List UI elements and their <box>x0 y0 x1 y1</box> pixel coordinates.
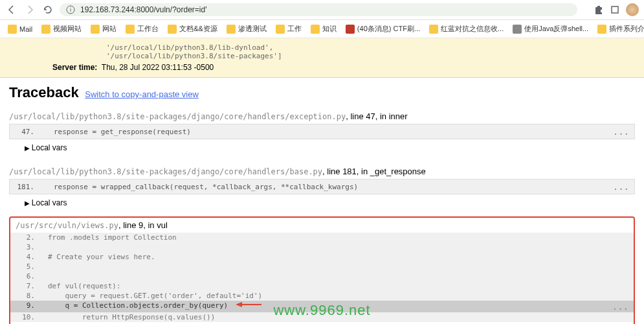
bookmark-item[interactable]: 红蓝对抗之信息收... <box>427 23 506 35</box>
expand-icon[interactable]: ... <box>612 301 628 312</box>
bookmark-item[interactable]: (40条消息) CTF刷... <box>343 23 423 35</box>
forward-button[interactable] <box>23 3 36 16</box>
code-row: 3. <box>10 242 634 252</box>
bookmark-icon <box>513 25 522 34</box>
frame-vuln-highlighted: /usr/src/vuln/views.py, line 9, in vul 2… <box>9 216 635 324</box>
bookmark-icon <box>41 25 50 34</box>
bookmark-label: 使用Java反弹shell... <box>524 24 588 34</box>
switch-view-link[interactable]: Switch to copy-and-paste view <box>85 89 199 99</box>
frame-file: /usr/local/lib/python3.8/site-packages/d… <box>9 167 322 176</box>
local-vars-toggle[interactable]: Local vars <box>9 139 635 156</box>
bookmark-item[interactable]: 网站 <box>88 23 119 35</box>
svg-rect-2 <box>612 6 618 13</box>
bookmark-item[interactable]: 文档&&资源 <box>165 23 220 35</box>
bookmark-label: (40条消息) CTF刷... <box>357 24 420 34</box>
reload-button[interactable] <box>41 3 54 16</box>
code-row: 4.# Create your views here. <box>10 252 634 262</box>
bookmark-label: 工作台 <box>137 24 159 34</box>
frame-file: /usr/src/vuln/views.py <box>16 221 118 230</box>
bookmark-icon <box>311 25 320 34</box>
bookmark-item[interactable]: 插件系列介绍 | Ten... <box>595 23 644 35</box>
url-bar[interactable]: i <box>60 3 577 16</box>
code-row: 5. <box>10 262 634 272</box>
svg-text:i: i <box>70 6 71 13</box>
bookmark-label: 红蓝对抗之信息收... <box>441 24 504 34</box>
info-icon: i <box>66 5 75 14</box>
bookmark-label: 视频网站 <box>53 24 82 34</box>
frame-loc: , line 181, in _get_response <box>322 167 426 176</box>
bookmarks-bar: Mail视频网站网站工作台文档&&资源渗透测试工作知识(40条消息) CTF刷.… <box>0 20 644 38</box>
bookmark-item[interactable]: 使用Java反弹shell... <box>510 23 591 35</box>
code-row: 2.from .models import Collection <box>10 233 634 242</box>
svg-marker-4 <box>236 302 242 307</box>
code-row: 8. query = request.GET.get('order', defa… <box>10 291 634 301</box>
code-row: 7.def vul(request): <box>10 281 634 291</box>
frame-loc: , line 47, in inner <box>346 111 407 121</box>
code-row: 10. return HttpResponse(q.values()) <box>10 312 634 322</box>
server-header: '/usr/local/lib/python3.8/lib-dynload', … <box>0 38 644 78</box>
bookmark-icon <box>8 25 17 34</box>
extensions-icon[interactable] <box>594 5 604 15</box>
server-time-label: Server time: <box>52 63 97 72</box>
local-vars-toggle[interactable]: Local vars <box>9 194 635 211</box>
bookmark-item[interactable]: 渗透测试 <box>224 23 269 35</box>
bookmark-label: 网站 <box>102 24 117 34</box>
bookmark-item[interactable]: 工作 <box>273 23 304 35</box>
bookmark-icon <box>346 25 355 34</box>
code-row: 9. q = Collection.objects.order_by(query… <box>10 301 634 312</box>
frame-file: /usr/local/lib/python3.8/site-packages/d… <box>9 112 346 121</box>
bookmark-icon <box>227 25 236 34</box>
code-line: 47. response = get_response(request) ... <box>9 124 635 139</box>
bookmark-label: 渗透测试 <box>238 24 267 34</box>
frame-loc: , line 9, in vul <box>118 220 168 230</box>
bookmark-icon <box>91 25 100 34</box>
arrow-icon <box>236 301 261 308</box>
back-button[interactable] <box>5 3 18 16</box>
bookmark-label: Mail <box>19 25 32 33</box>
python-path-2: '/usr/local/lib/python3.8/site-packages'… <box>106 52 635 60</box>
expand-icon[interactable]: ... <box>613 126 629 137</box>
bookmark-item[interactable]: Mail <box>5 23 35 35</box>
code-row: 6. <box>10 272 634 281</box>
traceback-heading: Traceback <box>9 84 79 100</box>
traceback-content: Traceback Switch to copy-and-paste view … <box>0 78 644 324</box>
bookmark-item[interactable]: 知识 <box>308 23 339 35</box>
bookmark-item[interactable]: 视频网站 <box>39 23 84 35</box>
reader-icon[interactable] <box>610 5 619 14</box>
bookmark-icon <box>429 25 438 34</box>
bookmark-label: 知识 <box>322 24 337 34</box>
bookmark-label: 工作 <box>287 24 302 34</box>
profile-avatar[interactable] <box>626 3 639 16</box>
server-time-value: Thu, 28 Jul 2022 03:11:53 -0500 <box>102 63 214 72</box>
bookmark-label: 插件系列介绍 | Ten... <box>609 24 644 34</box>
bookmark-icon <box>126 25 135 34</box>
frame-exception: /usr/local/lib/python3.8/site-packages/d… <box>9 109 635 156</box>
expand-icon[interactable]: ... <box>613 181 629 192</box>
browser-toolbar: i <box>0 0 644 20</box>
code-line: 181. response = wrapped_callback(request… <box>9 179 635 194</box>
bookmark-icon <box>597 25 606 34</box>
code-context: 2.from .models import Collection3.4.# Cr… <box>10 233 634 322</box>
url-input[interactable] <box>80 5 571 14</box>
bookmark-item[interactable]: 工作台 <box>123 23 161 35</box>
bookmark-label: 文档&&资源 <box>179 24 217 34</box>
bookmark-icon <box>168 25 177 34</box>
bookmark-icon <box>276 25 285 34</box>
frame-base: /usr/local/lib/python3.8/site-packages/d… <box>9 164 635 211</box>
python-path-1: '/usr/local/lib/python3.8/lib-dynload', <box>106 43 635 52</box>
